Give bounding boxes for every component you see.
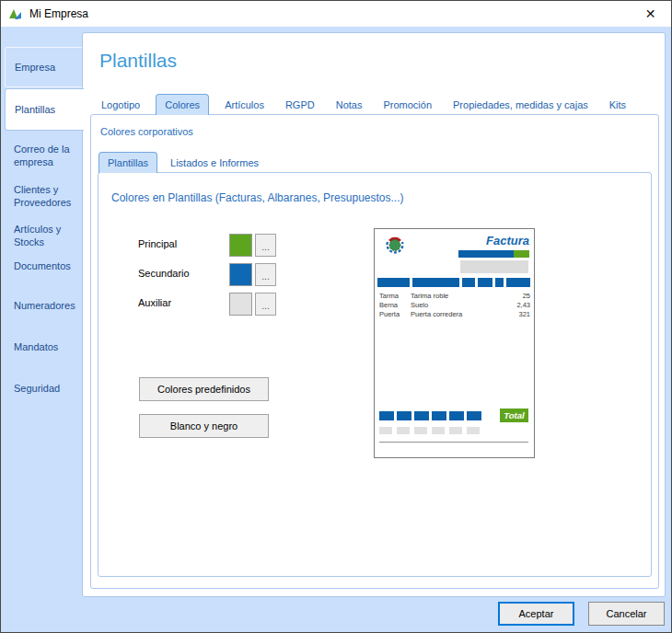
table-row: Puerta Puerta corredera 321 [379,310,530,319]
close-icon[interactable]: ✕ [630,1,671,27]
cell-name: Puerta corredera [411,310,518,319]
sidebar-item-mandatos[interactable]: Mandatos [5,327,82,367]
colores-predefinidos-button[interactable]: Colores predefinidos [139,377,269,401]
plantillas-tabstrip: Logotipo Colores Artículos RGPD Notas Pr… [96,94,631,115]
table-row: Berna Suelo 2,43 [379,301,530,310]
app-logo-icon [8,6,23,21]
tab-logotipo[interactable]: Logotipo [96,94,145,115]
secundario-color-swatch[interactable] [229,263,252,286]
window-title: Mi Empresa [29,7,88,20]
table-row: Tarma Tarima roble 25 [379,292,530,301]
sidebar-item-label: Numeradores [14,299,75,312]
secundario-more-button[interactable]: ... [255,263,276,286]
tab-colores[interactable]: Colores [156,94,209,115]
invoice-preview: Factura Tarma Tarima roble 25 [374,228,535,458]
company-logo-icon [385,235,405,255]
tab-notas[interactable]: Notas [330,94,368,115]
preview-footer-placeholders [379,427,480,434]
page-title: Plantillas [99,50,177,72]
plantillas-colors-panel: Colores en Plantillas (Facturas, Albaran… [98,172,652,577]
title-bar: Mi Empresa ✕ [1,1,671,27]
preview-table-header-bars [377,278,530,287]
plantillas-page: Plantillas Logotipo Colores Artículos RG… [82,32,666,597]
tab-promocion[interactable]: Promoción [377,94,437,115]
sidebar-item-seguridad[interactable]: Seguridad [5,368,82,409]
preview-footer-rule [379,442,528,443]
colores-subtabstrip: Plantillas Listados e Informes [98,152,264,173]
mi-empresa-dialog: Mi Empresa ✕ Empresa Plantillas Correo d… [0,0,672,633]
cell-qty: 2,43 [516,301,530,310]
auxiliar-color-swatch[interactable] [229,293,252,316]
subtab-plantillas[interactable]: Plantillas [98,152,157,173]
sidebar-item-clientes[interactable]: Clientes y Proveedores [5,176,82,216]
panel-heading: Colores en Plantillas (Facturas, Albaran… [111,191,403,204]
preview-total-badge: Total [500,409,528,422]
auxiliar-more-button[interactable]: ... [255,293,276,316]
sidebar-item-label: Clientes y Proveedores [14,183,76,209]
color-label: Principal [138,238,177,249]
cell-qty: 25 [523,292,530,301]
preview-totals-bars [379,411,481,420]
cell-name: Tarima roble [411,292,523,301]
blanco-y-negro-button[interactable]: Blanco y negro [139,414,269,438]
preview-title-underline [458,250,529,258]
sidebar-item-empresa[interactable]: Empresa [5,47,82,87]
principal-more-button[interactable]: ... [255,234,276,257]
sidebar-item-label: Mandatos [14,340,58,353]
preview-address-placeholder [460,260,528,273]
color-label: Secundario [138,268,190,279]
subtab-listados[interactable]: Listados e Informes [165,152,264,173]
sidebar-item-label: Empresa [15,61,55,74]
aceptar-button[interactable]: Aceptar [498,602,574,626]
tab-articulos[interactable]: Artículos [219,94,270,115]
sidebar-item-label: Seguridad [14,382,60,395]
sidebar-item-label: Artículos y Stocks [14,223,76,248]
group-title: Colores corporativos [100,126,193,137]
tab-rgpd[interactable]: RGPD [280,94,320,115]
cell-ref: Puerta [379,310,411,319]
sidebar-item-documentos[interactable]: Documentos [5,246,82,286]
sidebar-item-numeradores[interactable]: Numeradores [5,285,82,326]
sidebar-item-label: Correo de la empresa [14,143,76,168]
sidebar-item-correo[interactable]: Correo de la empresa [5,135,82,176]
tab-kits[interactable]: Kits [604,94,631,115]
preview-table: Tarma Tarima roble 25 Berna Suelo 2,43 P… [379,292,530,319]
cell-ref: Berna [379,301,411,310]
preview-doc-title: Factura [486,234,529,247]
sidebar-item-plantillas[interactable]: Plantillas [5,88,84,131]
color-label: Auxiliar [138,297,171,308]
cancelar-button[interactable]: Cancelar [588,602,665,626]
colores-tabpage: Colores corporativos Plantillas Listados… [90,114,659,589]
sidebar-item-label: Plantillas [15,103,55,116]
sidebar-item-label: Documentos [14,259,71,272]
cell-qty: 321 [518,310,530,319]
principal-color-swatch[interactable] [229,234,252,257]
cell-ref: Tarma [379,292,411,301]
tab-propiedades[interactable]: Propiedades, medidas y cajas [447,94,594,115]
cell-name: Suelo [411,301,516,310]
